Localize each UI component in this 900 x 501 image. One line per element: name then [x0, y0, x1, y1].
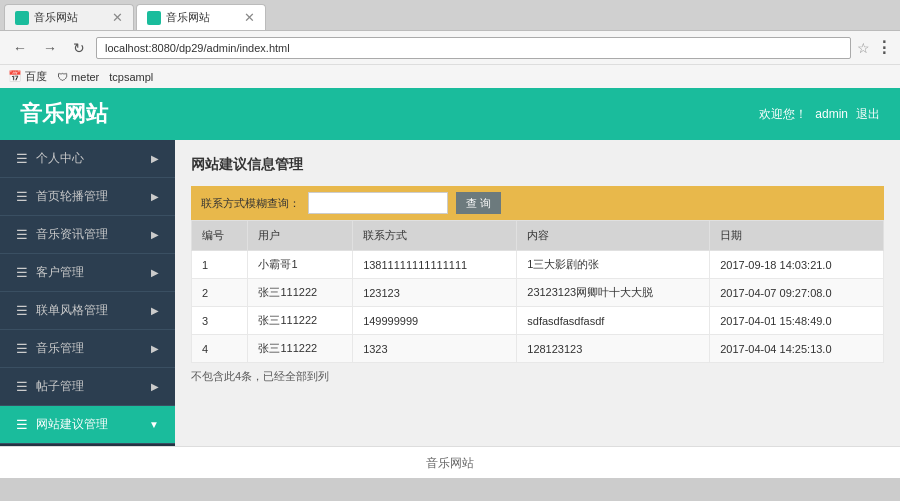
browser-tab-1[interactable]: 音乐网站 ✕ [4, 4, 134, 30]
style-arrow: ▶ [151, 305, 159, 316]
sidebar-label-news: 音乐资讯管理 [36, 226, 151, 243]
app-header: 音乐网站 欢迎您！ admin 退出 [0, 88, 900, 140]
cell-contact: 13811111111111111 [353, 251, 517, 279]
col-date: 日期 [710, 221, 884, 251]
personal-arrow: ▶ [151, 153, 159, 164]
main-content: 网站建议信息管理 联系方式模糊查询： 查 询 编号 用户 联系方式 内容 日期 [175, 140, 900, 446]
cell-content: sdfasdfasdfasdf [517, 307, 710, 335]
tab-favicon-1 [15, 11, 29, 25]
customer-arrow: ▶ [151, 267, 159, 278]
cell-user: 张三111222 [248, 335, 353, 363]
cell-contact: 1323 [353, 335, 517, 363]
bookmark-tcpsample[interactable]: tcpsampl [109, 71, 153, 83]
personal-icon: ☰ [16, 151, 28, 166]
table-header-row: 编号 用户 联系方式 内容 日期 [192, 221, 884, 251]
cell-user: 小霸哥1 [248, 251, 353, 279]
sidebar-item-customer[interactable]: ☰ 客户管理 ▶ [0, 254, 175, 292]
table-row: 2 张三111222 123123 23123123网卿叶十大大脱 2017-0… [192, 279, 884, 307]
feedback-icon: ☰ [16, 417, 28, 432]
username-text: admin [815, 107, 848, 121]
post-icon: ☰ [16, 379, 28, 394]
bookmark-meter[interactable]: 🛡 meter [57, 71, 99, 83]
app-title: 音乐网站 [20, 99, 108, 129]
cell-date: 2017-04-07 09:27:08.0 [710, 279, 884, 307]
music-icon: ☰ [16, 341, 28, 356]
cell-content: 128123123 [517, 335, 710, 363]
url-input[interactable] [96, 37, 851, 59]
sidebar-item-music[interactable]: ☰ 音乐管理 ▶ [0, 330, 175, 368]
cell-date: 2017-04-04 14:25:13.0 [710, 335, 884, 363]
table-row: 3 张三111222 149999999 sdfasdfasdfasdf 201… [192, 307, 884, 335]
news-icon: ☰ [16, 227, 28, 242]
customer-icon: ☰ [16, 265, 28, 280]
filter-label: 联系方式模糊查询： [201, 196, 300, 211]
sidebar-item-carousel[interactable]: ☰ 首页轮播管理 ▶ [0, 178, 175, 216]
app-footer: 音乐网站 [0, 446, 900, 478]
table-row: 4 张三111222 1323 128123123 2017-04-04 14:… [192, 335, 884, 363]
page-title: 网站建议信息管理 [191, 156, 884, 174]
col-contact: 联系方式 [353, 221, 517, 251]
cell-id: 1 [192, 251, 248, 279]
cell-id: 2 [192, 279, 248, 307]
carousel-arrow: ▶ [151, 191, 159, 202]
sidebar-item-feedback[interactable]: ☰ 网站建议管理 ▼ [0, 406, 175, 444]
cell-content: 23123123网卿叶十大大脱 [517, 279, 710, 307]
table-footer: 不包含此4条，已经全部到列 [191, 363, 884, 390]
col-user: 用户 [248, 221, 353, 251]
cell-contact: 123123 [353, 279, 517, 307]
browser-menu-button[interactable]: ⋮ [876, 38, 892, 57]
reload-button[interactable]: ↻ [68, 38, 90, 58]
sidebar-item-style[interactable]: ☰ 联单风格管理 ▶ [0, 292, 175, 330]
cell-id: 3 [192, 307, 248, 335]
sidebar-label-feedback: 网站建议管理 [36, 416, 149, 433]
feedback-arrow: ▼ [149, 419, 159, 430]
tab-close-1[interactable]: ✕ [112, 10, 123, 25]
tab-title-1: 音乐网站 [34, 10, 106, 25]
filter-input[interactable] [308, 192, 448, 214]
cell-date: 2017-04-01 15:48:49.0 [710, 307, 884, 335]
cell-id: 4 [192, 335, 248, 363]
sidebar-label-carousel: 首页轮播管理 [36, 188, 151, 205]
sidebar-label-post: 帖子管理 [36, 378, 151, 395]
sidebar: ☰ 个人中心 ▶ ☰ 首页轮播管理 ▶ ☰ 音乐资讯管理 ▶ ☰ 客户管理 ▶ … [0, 140, 175, 446]
sidebar-label-customer: 客户管理 [36, 264, 151, 281]
cell-user: 张三111222 [248, 307, 353, 335]
news-arrow: ▶ [151, 229, 159, 240]
header-user-area: 欢迎您！ admin 退出 [759, 106, 880, 123]
post-arrow: ▶ [151, 381, 159, 392]
tab-title-2: 音乐网站 [166, 10, 238, 25]
sidebar-label-music: 音乐管理 [36, 340, 151, 357]
carousel-icon: ☰ [16, 189, 28, 204]
footer-label: 音乐网站 [426, 456, 474, 470]
cell-content: 1三大影剧的张 [517, 251, 710, 279]
tab-favicon-2 [147, 11, 161, 25]
col-id: 编号 [192, 221, 248, 251]
filter-bar: 联系方式模糊查询： 查 询 [191, 186, 884, 220]
bookmark-button[interactable]: ☆ [857, 40, 870, 56]
feedback-table: 编号 用户 联系方式 内容 日期 1 小霸哥1 1381111111111111… [191, 220, 884, 363]
table-row: 1 小霸哥1 13811111111111111 1三大影剧的张 2017-09… [192, 251, 884, 279]
forward-button[interactable]: → [38, 38, 62, 58]
col-content: 内容 [517, 221, 710, 251]
style-icon: ☰ [16, 303, 28, 318]
sidebar-label-style: 联单风格管理 [36, 302, 151, 319]
sidebar-item-post[interactable]: ☰ 帖子管理 ▶ [0, 368, 175, 406]
cell-user: 张三111222 [248, 279, 353, 307]
logout-link[interactable]: 退出 [856, 106, 880, 123]
browser-tab-2[interactable]: 音乐网站 ✕ [136, 4, 266, 30]
bookmark-apps[interactable]: 📅 百度 [8, 69, 47, 84]
welcome-text: 欢迎您！ [759, 106, 807, 123]
sidebar-item-personal[interactable]: ☰ 个人中心 ▶ [0, 140, 175, 178]
music-arrow: ▶ [151, 343, 159, 354]
sidebar-label-personal: 个人中心 [36, 150, 151, 167]
tab-close-2[interactable]: ✕ [244, 10, 255, 25]
cell-contact: 149999999 [353, 307, 517, 335]
back-button[interactable]: ← [8, 38, 32, 58]
cell-date: 2017-09-18 14:03:21.0 [710, 251, 884, 279]
sidebar-item-news[interactable]: ☰ 音乐资讯管理 ▶ [0, 216, 175, 254]
filter-button[interactable]: 查 询 [456, 192, 501, 214]
